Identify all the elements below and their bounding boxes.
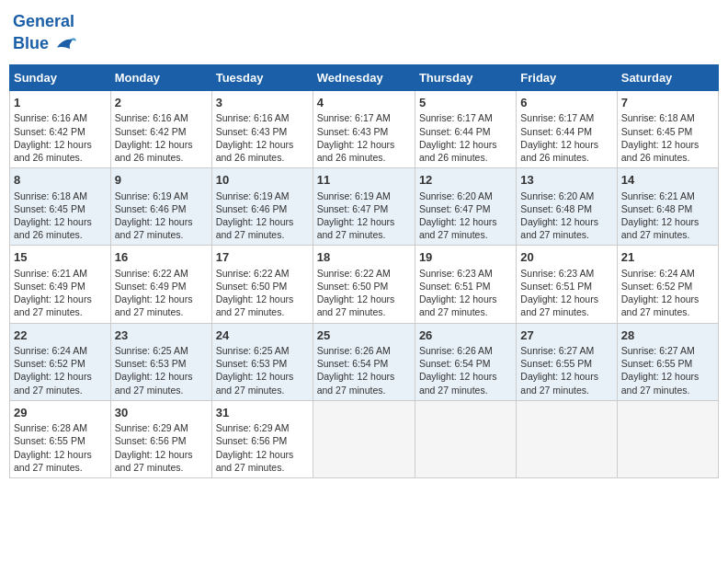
sunset-text: Sunset: 6:56 PM (115, 435, 187, 446)
daylight-text: Daylight: 12 hours and 27 minutes. (115, 449, 193, 473)
sunrise-text: Sunrise: 6:22 AM (216, 268, 290, 279)
daylight-text: Daylight: 12 hours and 27 minutes. (419, 371, 497, 395)
sunrise-text: Sunrise: 6:18 AM (14, 190, 87, 201)
day-number: 9 (115, 172, 208, 189)
sunset-text: Sunset: 6:43 PM (216, 126, 288, 137)
sunset-text: Sunset: 6:44 PM (419, 126, 491, 137)
sunrise-text: Sunrise: 6:27 AM (520, 345, 594, 356)
daylight-text: Daylight: 12 hours and 26 minutes. (14, 139, 92, 163)
day-number: 2 (115, 95, 208, 111)
day-number: 28 (621, 327, 714, 344)
sunrise-text: Sunrise: 6:21 AM (621, 190, 695, 201)
logo: General Blue (13, 13, 76, 57)
sunrise-text: Sunrise: 6:20 AM (419, 190, 493, 201)
day-number: 5 (419, 95, 512, 111)
daylight-text: Daylight: 12 hours and 27 minutes. (520, 216, 598, 240)
sunset-text: Sunset: 6:50 PM (216, 281, 288, 292)
daylight-text: Daylight: 12 hours and 26 minutes. (419, 139, 497, 163)
logo-blue: Blue (13, 35, 49, 53)
daylight-text: Daylight: 12 hours and 27 minutes. (621, 216, 700, 240)
sunrise-text: Sunrise: 6:19 AM (115, 190, 188, 201)
calendar-cell: 23Sunrise: 6:25 AMSunset: 6:53 PMDayligh… (110, 323, 211, 400)
daylight-text: Daylight: 12 hours and 27 minutes. (317, 293, 395, 317)
logo-bird-icon (51, 31, 76, 57)
sunrise-text: Sunrise: 6:17 AM (520, 112, 594, 123)
sunset-text: Sunset: 6:45 PM (621, 126, 693, 137)
sunrise-text: Sunrise: 6:29 AM (216, 422, 290, 433)
sunset-text: Sunset: 6:47 PM (317, 203, 389, 214)
day-number: 1 (14, 95, 107, 111)
calendar-week-row: 22Sunrise: 6:24 AMSunset: 6:52 PMDayligh… (10, 323, 719, 400)
day-number: 8 (14, 172, 107, 189)
sunset-text: Sunset: 6:55 PM (14, 435, 85, 446)
calendar-header-row: SundayMondayTuesdayWednesdayThursdayFrid… (10, 64, 719, 90)
sunrise-text: Sunrise: 6:27 AM (621, 345, 695, 356)
sunset-text: Sunset: 6:50 PM (317, 281, 389, 292)
calendar-week-row: 8Sunrise: 6:18 AMSunset: 6:45 PMDaylight… (10, 168, 719, 246)
sunrise-text: Sunrise: 6:16 AM (14, 112, 87, 123)
weekday-header-sunday: Sunday (10, 64, 111, 90)
sunrise-text: Sunrise: 6:16 AM (115, 112, 188, 123)
day-number: 16 (115, 249, 208, 266)
daylight-text: Daylight: 12 hours and 27 minutes. (14, 371, 92, 395)
sunset-text: Sunset: 6:55 PM (621, 358, 693, 369)
calendar-week-row: 1Sunrise: 6:16 AMSunset: 6:42 PMDaylight… (10, 90, 719, 167)
sunset-text: Sunset: 6:54 PM (317, 358, 389, 369)
sunrise-text: Sunrise: 6:18 AM (621, 112, 695, 123)
calendar-cell: 12Sunrise: 6:20 AMSunset: 6:47 PMDayligh… (415, 168, 516, 246)
day-number: 12 (419, 172, 512, 189)
sunrise-text: Sunrise: 6:28 AM (14, 422, 87, 433)
day-number: 31 (216, 405, 309, 421)
sunrise-text: Sunrise: 6:19 AM (216, 190, 290, 201)
daylight-text: Daylight: 12 hours and 26 minutes. (520, 139, 598, 163)
sunset-text: Sunset: 6:51 PM (419, 281, 491, 292)
header: General Blue (9, 9, 719, 57)
daylight-text: Daylight: 12 hours and 27 minutes. (317, 216, 395, 240)
sunset-text: Sunset: 6:48 PM (520, 203, 592, 214)
sunset-text: Sunset: 6:52 PM (621, 281, 693, 292)
sunset-text: Sunset: 6:44 PM (520, 126, 592, 137)
sunrise-text: Sunrise: 6:16 AM (216, 112, 290, 123)
daylight-text: Daylight: 12 hours and 27 minutes. (115, 216, 193, 240)
day-number: 27 (520, 327, 612, 344)
sunrise-text: Sunrise: 6:24 AM (14, 345, 87, 356)
calendar-cell: 24Sunrise: 6:25 AMSunset: 6:53 PMDayligh… (211, 323, 313, 400)
sunrise-text: Sunrise: 6:24 AM (621, 268, 695, 279)
sunset-text: Sunset: 6:49 PM (115, 281, 187, 292)
calendar-cell: 10Sunrise: 6:19 AMSunset: 6:46 PMDayligh… (211, 168, 313, 246)
calendar-cell: 4Sunrise: 6:17 AMSunset: 6:43 PMDaylight… (313, 90, 415, 167)
weekday-header-saturday: Saturday (617, 64, 718, 90)
sunrise-text: Sunrise: 6:19 AM (317, 190, 391, 201)
day-number: 23 (115, 327, 208, 344)
calendar-table: SundayMondayTuesdayWednesdayThursdayFrid… (9, 64, 719, 478)
sunrise-text: Sunrise: 6:25 AM (115, 345, 188, 356)
sunrise-text: Sunrise: 6:23 AM (520, 268, 594, 279)
calendar-cell: 31Sunrise: 6:29 AMSunset: 6:56 PMDayligh… (211, 400, 313, 477)
daylight-text: Daylight: 12 hours and 27 minutes. (317, 371, 395, 395)
sunset-text: Sunset: 6:51 PM (520, 281, 592, 292)
daylight-text: Daylight: 12 hours and 27 minutes. (216, 216, 294, 240)
day-number: 19 (419, 249, 512, 266)
calendar-cell: 18Sunrise: 6:22 AMSunset: 6:50 PMDayligh… (313, 246, 415, 323)
sunrise-text: Sunrise: 6:26 AM (317, 345, 391, 356)
sunset-text: Sunset: 6:55 PM (520, 358, 592, 369)
day-number: 21 (621, 249, 714, 266)
daylight-text: Daylight: 12 hours and 27 minutes. (14, 293, 92, 317)
calendar-cell: 28Sunrise: 6:27 AMSunset: 6:55 PMDayligh… (617, 323, 718, 400)
sunrise-text: Sunrise: 6:26 AM (419, 345, 493, 356)
sunset-text: Sunset: 6:53 PM (115, 358, 187, 369)
daylight-text: Daylight: 12 hours and 27 minutes. (520, 293, 598, 317)
day-number: 14 (621, 172, 714, 189)
sunset-text: Sunset: 6:42 PM (14, 126, 85, 137)
calendar-cell: 9Sunrise: 6:19 AMSunset: 6:46 PMDaylight… (110, 168, 211, 246)
sunset-text: Sunset: 6:46 PM (216, 203, 288, 214)
day-number: 15 (14, 249, 107, 266)
day-number: 25 (317, 327, 411, 344)
daylight-text: Daylight: 12 hours and 26 minutes. (115, 139, 193, 163)
day-number: 22 (14, 327, 107, 344)
calendar-cell: 16Sunrise: 6:22 AMSunset: 6:49 PMDayligh… (110, 246, 211, 323)
day-number: 7 (621, 95, 714, 111)
calendar-cell: 20Sunrise: 6:23 AMSunset: 6:51 PMDayligh… (517, 246, 617, 323)
calendar-cell: 29Sunrise: 6:28 AMSunset: 6:55 PMDayligh… (10, 400, 111, 477)
day-number: 29 (14, 405, 107, 421)
